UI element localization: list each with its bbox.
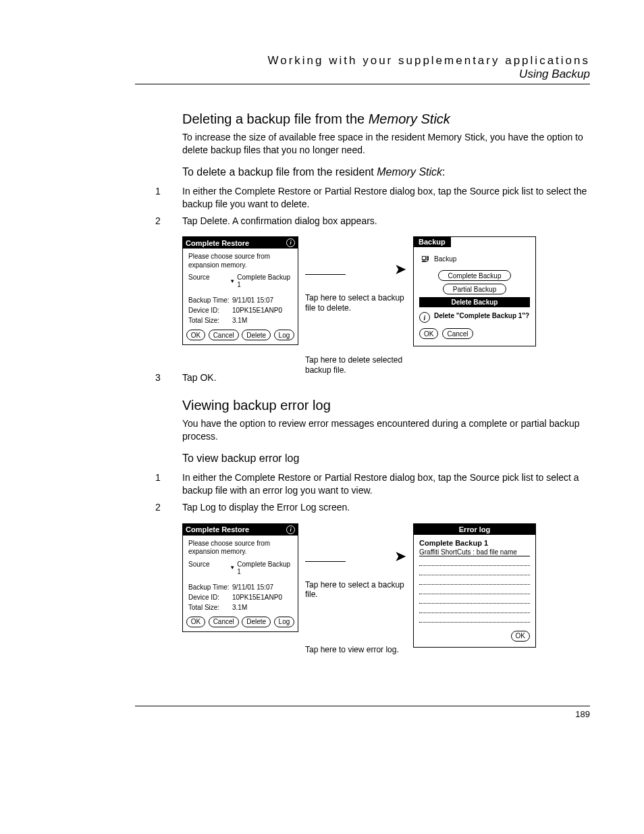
- palm-restore-msg: Please choose source from expansion memo…: [183, 249, 298, 272]
- memory-stick-icon: 🖳: [421, 254, 430, 263]
- page-header: Working with your supplementary applicat…: [135, 54, 590, 84]
- complete-backup-button[interactable]: Complete Backup: [438, 270, 512, 281]
- palm-complete-restore-b: Complete Restore i Please choose source …: [182, 523, 298, 632]
- callout-delete: Tap here to delete selected backup file.: [305, 355, 406, 375]
- figure-row-b: Complete Restore i Please choose source …: [182, 523, 590, 658]
- step-a-2: 2 Tap Delete. A confirmation dialog box …: [155, 215, 590, 228]
- palm-backup-confirm: Backup 🖳 Backup Complete Backup Partial …: [413, 236, 536, 346]
- confirm-cancel-button[interactable]: Cancel: [442, 328, 473, 339]
- callout-select-delete: Tap here to select a backup file to dele…: [305, 293, 406, 313]
- palm-complete-restore: Complete Restore i Please choose source …: [182, 236, 298, 345]
- section-b-intro: You have the option to review error mess…: [182, 417, 590, 443]
- cancel-button[interactable]: Cancel: [209, 330, 239, 340]
- ok-button[interactable]: OK: [186, 330, 205, 340]
- log-button[interactable]: Log: [274, 330, 295, 340]
- errlog-entry: Graffiti ShortCuts : bad file name: [419, 548, 530, 556]
- arrow-right-icon: ➤: [394, 548, 406, 565]
- log-button[interactable]: Log: [274, 617, 295, 627]
- palm-error-log: Error log Complete Backup 1 Graffiti Sho…: [413, 523, 536, 648]
- step-a-1: 1 In either the Complete Restore or Part…: [155, 185, 590, 211]
- ok-button[interactable]: OK: [186, 617, 205, 627]
- header-line2: Using Backup: [135, 68, 590, 81]
- section-a-intro: To increase the size of available free s…: [182, 131, 590, 157]
- errlog-ok-button[interactable]: OK: [511, 631, 530, 642]
- info-icon: i: [286, 238, 295, 247]
- cancel-button[interactable]: Cancel: [209, 617, 239, 627]
- figure-row-a: Complete Restore i Please choose source …: [182, 236, 590, 358]
- source-picklist-b[interactable]: Complete Backup 1: [230, 561, 292, 575]
- section-a-subtitle: To delete a backup file from the residen…: [182, 166, 590, 178]
- callout-log: Tap here to view error log.: [305, 645, 399, 654]
- palm-restore-title: Complete Restore i: [183, 237, 298, 249]
- errlog-heading: Complete Backup 1: [414, 535, 535, 548]
- delete-backup-bar: Delete Backup: [419, 297, 530, 307]
- backup-tab: Backup: [414, 237, 535, 247]
- step-b-2: 2 Tap Log to display the Error Log scree…: [155, 501, 590, 514]
- section-a-title: Deleting a backup file from the Memory S…: [182, 111, 590, 127]
- info-icon: i: [419, 312, 430, 323]
- page-number: 189: [575, 709, 590, 719]
- section-b-title: Viewing backup error log: [182, 398, 590, 413]
- step-b-1: 1 In either the Complete Restore or Part…: [155, 471, 590, 497]
- source-picklist[interactable]: Complete Backup 1: [230, 273, 292, 288]
- delete-button[interactable]: Delete: [242, 617, 271, 627]
- page-footer: 189: [135, 706, 590, 719]
- confirm-ok-button[interactable]: OK: [419, 328, 438, 339]
- partial-backup-button[interactable]: Partial Backup: [443, 284, 506, 294]
- arrow-right-icon: ➤: [394, 261, 406, 278]
- info-icon: i: [286, 525, 295, 534]
- callout-select-b: Tap here to select a backup file.: [305, 580, 406, 600]
- delete-button[interactable]: Delete: [242, 330, 271, 340]
- confirm-text: Delete "Complete Backup 1"?: [434, 312, 529, 319]
- section-b-subtitle: To view backup error log: [182, 452, 590, 465]
- header-line1: Working with your supplementary applicat…: [135, 54, 590, 68]
